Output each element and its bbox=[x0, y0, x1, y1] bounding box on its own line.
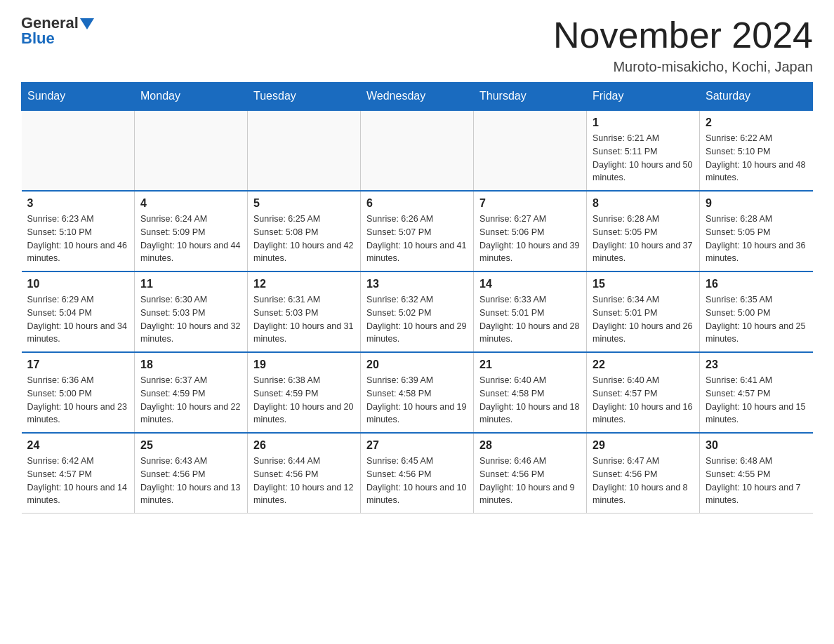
day-number: 1 bbox=[593, 116, 694, 129]
day-info: Sunrise: 6:32 AM Sunset: 5:02 PM Dayligh… bbox=[366, 293, 468, 346]
calendar-cell: 20Sunrise: 6:39 AM Sunset: 4:58 PM Dayli… bbox=[361, 352, 474, 433]
calendar-cell: 10Sunrise: 6:29 AM Sunset: 5:04 PM Dayli… bbox=[22, 271, 135, 352]
day-info: Sunrise: 6:31 AM Sunset: 5:03 PM Dayligh… bbox=[253, 293, 355, 346]
day-info: Sunrise: 6:28 AM Sunset: 5:05 PM Dayligh… bbox=[706, 213, 807, 265]
day-number: 16 bbox=[706, 278, 807, 290]
calendar-table: Sunday Monday Tuesday Wednesday Thursday… bbox=[21, 82, 813, 514]
calendar-cell: 6Sunrise: 6:26 AM Sunset: 5:07 PM Daylig… bbox=[361, 191, 474, 271]
calendar-cell: 9Sunrise: 6:28 AM Sunset: 5:05 PM Daylig… bbox=[700, 191, 813, 271]
day-number: 13 bbox=[366, 278, 468, 290]
logo-triangle-icon bbox=[80, 18, 94, 29]
day-number: 26 bbox=[253, 439, 355, 452]
day-info: Sunrise: 6:37 AM Sunset: 4:59 PM Dayligh… bbox=[140, 374, 241, 427]
calendar-cell bbox=[361, 110, 474, 191]
page-header: General Blue November 2024 Muroto-misaki… bbox=[21, 14, 813, 75]
header-thursday: Thursday bbox=[474, 83, 587, 111]
day-number: 4 bbox=[140, 197, 241, 210]
calendar-cell: 14Sunrise: 6:33 AM Sunset: 5:01 PM Dayli… bbox=[474, 271, 587, 352]
calendar-cell: 22Sunrise: 6:40 AM Sunset: 4:57 PM Dayli… bbox=[587, 352, 700, 433]
day-number: 27 bbox=[366, 439, 468, 452]
calendar-cell: 7Sunrise: 6:27 AM Sunset: 5:06 PM Daylig… bbox=[474, 191, 587, 271]
calendar-week-5: 24Sunrise: 6:42 AM Sunset: 4:57 PM Dayli… bbox=[22, 433, 813, 514]
calendar-cell: 16Sunrise: 6:35 AM Sunset: 5:00 PM Dayli… bbox=[700, 271, 813, 352]
day-info: Sunrise: 6:23 AM Sunset: 5:10 PM Dayligh… bbox=[27, 213, 129, 265]
calendar-cell: 1Sunrise: 6:21 AM Sunset: 5:11 PM Daylig… bbox=[587, 110, 700, 191]
day-info: Sunrise: 6:33 AM Sunset: 5:01 PM Dayligh… bbox=[479, 293, 581, 346]
day-number: 29 bbox=[593, 439, 694, 452]
calendar-week-2: 3Sunrise: 6:23 AM Sunset: 5:10 PM Daylig… bbox=[22, 191, 813, 271]
day-info: Sunrise: 6:48 AM Sunset: 4:55 PM Dayligh… bbox=[706, 455, 807, 507]
calendar-cell: 25Sunrise: 6:43 AM Sunset: 4:56 PM Dayli… bbox=[135, 433, 248, 514]
day-info: Sunrise: 6:41 AM Sunset: 4:57 PM Dayligh… bbox=[706, 374, 807, 427]
calendar-cell: 4Sunrise: 6:24 AM Sunset: 5:09 PM Daylig… bbox=[135, 191, 248, 271]
calendar-cell: 28Sunrise: 6:46 AM Sunset: 4:56 PM Dayli… bbox=[474, 433, 587, 514]
day-number: 28 bbox=[479, 439, 581, 452]
header-monday: Monday bbox=[135, 83, 248, 111]
day-info: Sunrise: 6:34 AM Sunset: 5:01 PM Dayligh… bbox=[593, 293, 694, 346]
calendar-cell: 29Sunrise: 6:47 AM Sunset: 4:56 PM Dayli… bbox=[587, 433, 700, 514]
page-subtitle: Muroto-misakicho, Kochi, Japan bbox=[553, 59, 813, 75]
calendar-week-4: 17Sunrise: 6:36 AM Sunset: 5:00 PM Dayli… bbox=[22, 352, 813, 433]
day-number: 21 bbox=[479, 358, 581, 371]
calendar-cell: 15Sunrise: 6:34 AM Sunset: 5:01 PM Dayli… bbox=[587, 271, 700, 352]
page-title: November 2024 bbox=[553, 14, 813, 56]
calendar-cell: 23Sunrise: 6:41 AM Sunset: 4:57 PM Dayli… bbox=[700, 352, 813, 433]
day-info: Sunrise: 6:22 AM Sunset: 5:10 PM Dayligh… bbox=[706, 132, 807, 185]
day-info: Sunrise: 6:27 AM Sunset: 5:06 PM Dayligh… bbox=[479, 213, 581, 265]
calendar-cell: 19Sunrise: 6:38 AM Sunset: 4:59 PM Dayli… bbox=[248, 352, 361, 433]
calendar-cell: 3Sunrise: 6:23 AM Sunset: 5:10 PM Daylig… bbox=[22, 191, 135, 271]
calendar-cell: 24Sunrise: 6:42 AM Sunset: 4:57 PM Dayli… bbox=[22, 433, 135, 514]
day-info: Sunrise: 6:47 AM Sunset: 4:56 PM Dayligh… bbox=[593, 455, 694, 507]
calendar-header-row: Sunday Monday Tuesday Wednesday Thursday… bbox=[22, 83, 813, 111]
logo: General Blue bbox=[21, 14, 94, 48]
day-number: 9 bbox=[706, 197, 807, 210]
header-saturday: Saturday bbox=[700, 83, 813, 111]
day-number: 8 bbox=[593, 197, 694, 210]
calendar-cell: 11Sunrise: 6:30 AM Sunset: 5:03 PM Dayli… bbox=[135, 271, 248, 352]
calendar-cell bbox=[135, 110, 248, 191]
calendar-cell: 5Sunrise: 6:25 AM Sunset: 5:08 PM Daylig… bbox=[248, 191, 361, 271]
day-info: Sunrise: 6:40 AM Sunset: 4:57 PM Dayligh… bbox=[593, 374, 694, 427]
calendar-cell: 21Sunrise: 6:40 AM Sunset: 4:58 PM Dayli… bbox=[474, 352, 587, 433]
day-info: Sunrise: 6:35 AM Sunset: 5:00 PM Dayligh… bbox=[706, 293, 807, 346]
day-info: Sunrise: 6:39 AM Sunset: 4:58 PM Dayligh… bbox=[366, 374, 468, 427]
day-number: 5 bbox=[253, 197, 355, 210]
calendar-cell: 8Sunrise: 6:28 AM Sunset: 5:05 PM Daylig… bbox=[587, 191, 700, 271]
day-number: 30 bbox=[706, 439, 807, 452]
calendar-cell bbox=[248, 110, 361, 191]
day-info: Sunrise: 6:43 AM Sunset: 4:56 PM Dayligh… bbox=[140, 455, 241, 507]
title-section: November 2024 Muroto-misakicho, Kochi, J… bbox=[553, 14, 813, 75]
day-info: Sunrise: 6:25 AM Sunset: 5:08 PM Dayligh… bbox=[253, 213, 355, 265]
day-number: 7 bbox=[479, 197, 581, 210]
calendar-cell: 30Sunrise: 6:48 AM Sunset: 4:55 PM Dayli… bbox=[700, 433, 813, 514]
calendar-cell: 27Sunrise: 6:45 AM Sunset: 4:56 PM Dayli… bbox=[361, 433, 474, 514]
calendar-cell: 17Sunrise: 6:36 AM Sunset: 5:00 PM Dayli… bbox=[22, 352, 135, 433]
calendar-cell: 18Sunrise: 6:37 AM Sunset: 4:59 PM Dayli… bbox=[135, 352, 248, 433]
day-number: 3 bbox=[27, 197, 129, 210]
calendar-cell: 12Sunrise: 6:31 AM Sunset: 5:03 PM Dayli… bbox=[248, 271, 361, 352]
calendar-cell bbox=[474, 110, 587, 191]
day-number: 6 bbox=[366, 197, 468, 210]
day-number: 15 bbox=[593, 278, 694, 290]
day-number: 18 bbox=[140, 358, 241, 371]
day-number: 2 bbox=[706, 116, 807, 129]
calendar-cell: 13Sunrise: 6:32 AM Sunset: 5:02 PM Dayli… bbox=[361, 271, 474, 352]
calendar-cell: 2Sunrise: 6:22 AM Sunset: 5:10 PM Daylig… bbox=[700, 110, 813, 191]
day-number: 10 bbox=[27, 278, 129, 290]
header-friday: Friday bbox=[587, 83, 700, 111]
day-info: Sunrise: 6:45 AM Sunset: 4:56 PM Dayligh… bbox=[366, 455, 468, 507]
day-info: Sunrise: 6:42 AM Sunset: 4:57 PM Dayligh… bbox=[27, 455, 129, 507]
day-info: Sunrise: 6:21 AM Sunset: 5:11 PM Dayligh… bbox=[593, 132, 694, 185]
header-wednesday: Wednesday bbox=[361, 83, 474, 111]
day-number: 22 bbox=[593, 358, 694, 371]
day-info: Sunrise: 6:29 AM Sunset: 5:04 PM Dayligh… bbox=[27, 293, 129, 346]
day-number: 14 bbox=[479, 278, 581, 290]
day-number: 19 bbox=[253, 358, 355, 371]
day-info: Sunrise: 6:26 AM Sunset: 5:07 PM Dayligh… bbox=[366, 213, 468, 265]
day-number: 20 bbox=[366, 358, 468, 371]
header-tuesday: Tuesday bbox=[248, 83, 361, 111]
day-info: Sunrise: 6:36 AM Sunset: 5:00 PM Dayligh… bbox=[27, 374, 129, 427]
calendar-week-1: 1Sunrise: 6:21 AM Sunset: 5:11 PM Daylig… bbox=[22, 110, 813, 191]
header-sunday: Sunday bbox=[22, 83, 135, 111]
day-info: Sunrise: 6:40 AM Sunset: 4:58 PM Dayligh… bbox=[479, 374, 581, 427]
